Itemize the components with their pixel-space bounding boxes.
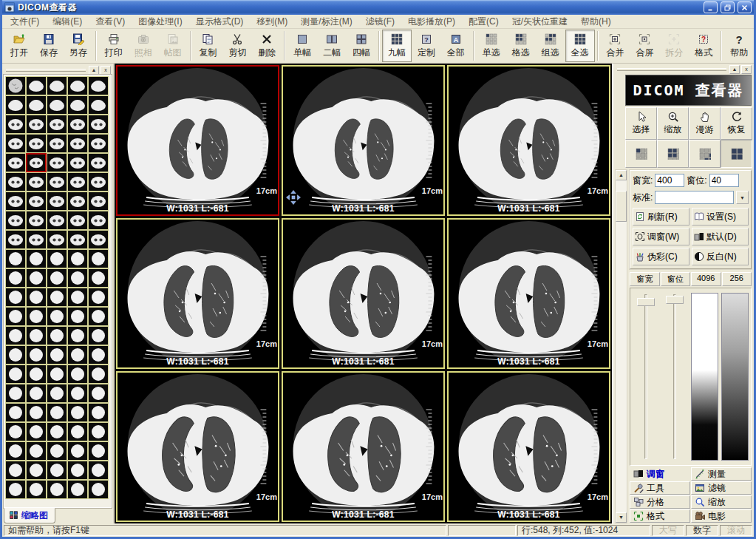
- thumbnail-item[interactable]: [47, 76, 67, 95]
- thumbnail-item[interactable]: [67, 95, 88, 115]
- thumbnail-item[interactable]: [67, 288, 88, 307]
- window-level-input[interactable]: [709, 174, 739, 187]
- toolbar-button-format[interactable]: ?格式: [689, 30, 718, 62]
- panel-collapse-button[interactable]: ▲: [89, 66, 99, 75]
- thumbnail-item[interactable]: [26, 403, 47, 422]
- thumbnail-item[interactable]: [5, 191, 26, 211]
- thumbnail-item[interactable]: [88, 115, 109, 134]
- panel-close-button[interactable]: x: [101, 66, 111, 75]
- thumbnail-item[interactable]: [5, 403, 26, 422]
- thumbnail-item[interactable]: [67, 326, 88, 345]
- menu-item-5[interactable]: 移到(M): [250, 14, 294, 30]
- scroll-up-button[interactable]: ▲: [616, 170, 627, 180]
- menu-item-2[interactable]: 查看(V): [89, 14, 132, 30]
- thumbnail-item[interactable]: [26, 172, 47, 191]
- window-width-input[interactable]: [655, 174, 684, 187]
- thumbnail-item[interactable]: [47, 345, 67, 365]
- viewer-cell-4[interactable]: 17cmW:1031 L:-681: [116, 218, 279, 369]
- thumbnail-item[interactable]: [67, 461, 88, 480]
- thumbnail-item[interactable]: [26, 326, 47, 345]
- menu-item-1[interactable]: 编辑(E): [46, 14, 89, 30]
- preset-dropdown-button[interactable]: ▼: [736, 191, 749, 204]
- thumbnail-item[interactable]: [26, 422, 47, 441]
- thumbnail-item[interactable]: [88, 288, 109, 307]
- thumbnail-item[interactable]: [67, 76, 88, 95]
- panel-gripper[interactable]: [6, 69, 86, 72]
- tool-button-pan-hand[interactable]: 漫游: [689, 107, 721, 140]
- menu-item-3[interactable]: 图像处理(I): [132, 14, 188, 30]
- tab-thumbnails[interactable]: 缩略图: [4, 508, 55, 523]
- thumbnail-item[interactable]: [67, 422, 88, 441]
- thumbnail-item[interactable]: [5, 230, 26, 249]
- thumbnail-item[interactable]: [88, 134, 109, 153]
- close-button[interactable]: [738, 1, 752, 13]
- thumbnail-item[interactable]: [67, 403, 88, 422]
- thumbnail-item[interactable]: [47, 441, 67, 461]
- tool-button-restore-undo[interactable]: 恢复: [721, 107, 752, 140]
- thumbnail-item[interactable]: [5, 172, 26, 191]
- thumbnail-item[interactable]: [67, 365, 88, 384]
- thumbnail-item[interactable]: [5, 384, 26, 403]
- thumbnail-item[interactable]: [26, 268, 47, 288]
- thumbnail-item[interactable]: [47, 191, 67, 211]
- thumbnail-item[interactable]: [5, 307, 26, 326]
- toolbar-button-merge[interactable]: 合并: [601, 30, 630, 62]
- thumbnail-item[interactable]: [26, 441, 47, 461]
- scroll-thumb[interactable]: [616, 191, 627, 222]
- maximize-button[interactable]: [721, 1, 735, 13]
- viewer-cell-7[interactable]: 17cmW:1031 L:-681: [116, 371, 279, 522]
- thumbnail-item[interactable]: [47, 249, 67, 268]
- panel-gripper[interactable]: [617, 68, 726, 71]
- thumbnail-item[interactable]: [47, 365, 67, 384]
- thumbnail-item[interactable]: [5, 134, 26, 153]
- action-button-adjust-window[interactable]: 调窗(W): [633, 228, 689, 245]
- viewer-cell-6[interactable]: 17cmW:1031 L:-681: [447, 218, 610, 369]
- thumbnail-item[interactable]: [67, 249, 88, 268]
- thumbnail-item[interactable]: [26, 384, 47, 403]
- toolbar-button-select-all[interactable]: 全选: [565, 30, 595, 62]
- panel-mode-button-partition[interactable]: 分格: [630, 495, 690, 509]
- toolbar-button-layout-2[interactable]: 二幅: [317, 30, 347, 62]
- grid-mode-button-4[interactable]: [721, 140, 752, 168]
- thumbnail-item[interactable]: [47, 115, 67, 134]
- panel-mode-button-measure[interactable]: 测量: [691, 467, 752, 481]
- thumbnail-item[interactable]: [47, 326, 67, 345]
- thumbnail-item[interactable]: [67, 191, 88, 211]
- thumbnail-item[interactable]: [5, 211, 26, 230]
- thumbnail-item[interactable]: [88, 326, 109, 345]
- thumbnail-item[interactable]: [67, 153, 88, 172]
- menu-item-8[interactable]: 电影播放(P): [401, 14, 462, 30]
- menu-item-11[interactable]: 帮助(H): [574, 14, 618, 30]
- thumbnail-item[interactable]: [47, 480, 67, 499]
- toolbar-button-layout-1[interactable]: 单幅: [287, 30, 317, 62]
- menu-item-0[interactable]: 文件(F): [4, 14, 46, 30]
- thumbnail-item[interactable]: [26, 134, 47, 153]
- grid-mode-button-1[interactable]: [625, 140, 657, 168]
- viewer-cell-5[interactable]: 17cmW:1031 L:-681: [282, 218, 445, 369]
- panel-mode-button-window-level[interactable]: 调窗: [630, 467, 690, 481]
- thumbnail-item[interactable]: [5, 480, 26, 499]
- thumbnail-item[interactable]: [47, 268, 67, 288]
- grid-mode-button-3[interactable]: [689, 140, 721, 168]
- thumbnail-item[interactable]: [47, 288, 67, 307]
- toolbar-button-layout-custom[interactable]: ?定制: [412, 30, 441, 62]
- thumbnail-item[interactable]: [88, 384, 109, 403]
- thumbnail-item[interactable]: [88, 480, 109, 499]
- thumbnail-item[interactable]: [88, 307, 109, 326]
- thumbnail-item[interactable]: [26, 345, 47, 365]
- thumbnail-item[interactable]: [5, 76, 26, 95]
- thumbnail-item[interactable]: [88, 345, 109, 365]
- panel-close-button[interactable]: x: [741, 65, 752, 74]
- thumbnail-item[interactable]: [26, 191, 47, 211]
- toolbar-button-layout-all[interactable]: A全部: [441, 30, 471, 62]
- thumbnail-item[interactable]: [47, 307, 67, 326]
- thumbnail-item[interactable]: [47, 422, 67, 441]
- panel-mode-button-zoom-small[interactable]: 缩放: [691, 495, 752, 509]
- thumbnail-item[interactable]: [88, 95, 109, 115]
- toolbar-button-save[interactable]: 保存: [34, 30, 64, 62]
- thumbnail-item[interactable]: [88, 249, 109, 268]
- viewer-cell-1[interactable]: 17cmW:1031 L:-681: [116, 65, 279, 216]
- thumbnail-item[interactable]: [67, 172, 88, 191]
- action-button-refresh[interactable]: 刷新(R): [633, 208, 689, 226]
- viewer-cell-2[interactable]: 17cmW:1031 L:-681: [282, 65, 445, 216]
